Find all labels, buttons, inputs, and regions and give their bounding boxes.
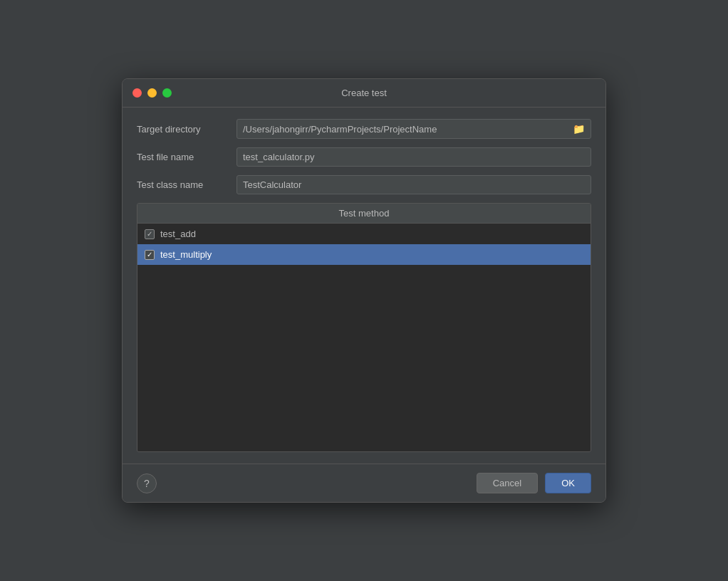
ok-button[interactable]: OK <box>545 473 591 493</box>
test-file-name-input[interactable] <box>243 152 585 162</box>
dialog-footer: ? Cancel OK <box>123 464 605 502</box>
list-item-label: test_add <box>160 229 196 239</box>
checkbox-icon: ✓ <box>145 250 155 260</box>
test-method-section: Test method ✓test_add✓test_multiply <box>137 203 591 452</box>
window-controls <box>132 88 172 98</box>
target-directory-input-wrapper: 📁 <box>236 119 591 139</box>
title-bar: Create test <box>123 79 605 108</box>
test-file-name-row: Test file name <box>137 147 591 167</box>
create-test-dialog: Create test Target directory 📁 Test file… <box>122 78 606 503</box>
footer-actions: Cancel OK <box>477 473 591 493</box>
test-file-name-label: Test file name <box>137 152 236 162</box>
test-class-name-input-wrapper <box>236 175 591 194</box>
test-method-header: Test method <box>137 204 591 224</box>
checkbox-icon: ✓ <box>145 229 155 239</box>
test-class-name-row: Test class name <box>137 175 591 194</box>
list-item[interactable]: ✓test_multiply <box>137 244 591 265</box>
help-button[interactable]: ? <box>137 473 157 493</box>
close-button[interactable] <box>132 88 142 98</box>
list-item[interactable]: ✓test_add <box>137 224 591 244</box>
cancel-button[interactable]: Cancel <box>477 473 538 493</box>
test-method-list: ✓test_add✓test_multiply <box>137 224 591 451</box>
test-file-name-input-wrapper <box>236 147 591 167</box>
dialog-title: Create test <box>341 88 387 98</box>
test-class-name-label: Test class name <box>137 179 236 190</box>
list-item-label: test_multiply <box>160 249 212 260</box>
target-directory-label: Target directory <box>137 124 236 135</box>
minimize-button[interactable] <box>147 88 157 98</box>
dialog-body: Target directory 📁 Test file name Test c… <box>123 108 605 464</box>
test-class-name-input[interactable] <box>243 179 585 190</box>
folder-icon[interactable]: 📁 <box>573 123 585 135</box>
target-directory-row: Target directory 📁 <box>137 119 591 139</box>
maximize-button[interactable] <box>162 88 172 98</box>
target-directory-input[interactable] <box>243 124 570 135</box>
